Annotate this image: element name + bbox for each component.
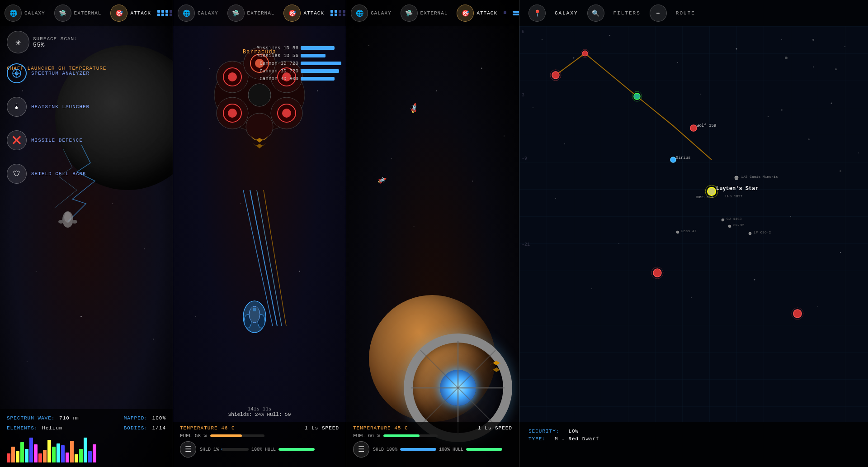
galaxy-route-icon[interactable]: ➡: [650, 5, 667, 22]
panel-galaxy-map: 📍 GALAXY 🔍 FILTERS ➡ ROUTE: [519, 0, 868, 467]
svg-line-47: [264, 190, 286, 326]
galaxy-map-svg: 6 3 -9 -21 Wolf 359 Sirius: [519, 26, 868, 422]
nav-galaxy-icon-p2[interactable]: 🌐: [178, 5, 195, 22]
svg-rect-70: [519, 26, 868, 422]
svg-point-92: [817, 306, 818, 307]
temperature-p2: TEMPERATURE 46 C: [180, 425, 235, 431]
weapon-name-2: Cannon 3D 720: [244, 61, 298, 66]
nav-attack-icon-p1[interactable]: 🎯: [110, 5, 127, 22]
nav-attack-icon-p3[interactable]: 🎯: [457, 5, 474, 22]
svg-text:ROSS 614: ROSS 614: [696, 195, 713, 199]
hull-bar-p3: [466, 448, 502, 451]
svg-point-53: [368, 45, 369, 46]
heatsink-launcher-label: HEATSINK LAUNCHER: [31, 104, 90, 110]
svg-point-87: [790, 216, 791, 217]
svg-point-97: [552, 71, 559, 79]
svg-text:-9: -9: [522, 156, 527, 161]
galaxy-map-area[interactable]: 6 3 -9 -21 Wolf 359 Sirius: [519, 26, 868, 422]
nav-external-icon-p1[interactable]: 🛸: [54, 5, 71, 22]
nav-external-label-p2: EXTERNAL: [247, 10, 275, 16]
svg-point-86: [618, 243, 619, 244]
svg-text:Ross 47: Ross 47: [681, 229, 697, 233]
svg-point-59: [472, 181, 473, 181]
spectrum-analyzer-icon: [7, 63, 27, 83]
nav-attack-label-p1[interactable]: ATTACK: [130, 10, 151, 16]
svg-point-54: [436, 91, 437, 91]
svg-point-124: [793, 310, 802, 318]
menu-button-p3[interactable]: ☰: [353, 441, 369, 457]
spectrum-analyzer-item[interactable]: SPECTRUM ANALYZER: [7, 63, 90, 83]
fuel-label-p3: FUEL 66 %: [353, 433, 380, 438]
spectrum-bars: [7, 435, 166, 462]
small-ship-1: 🚀: [408, 102, 420, 114]
svg-point-88: [840, 252, 841, 253]
nav-attack-label-p2: ATTACK: [303, 10, 324, 16]
speed-p2: 1 Ls SPEED: [305, 425, 339, 431]
svg-point-55: [481, 67, 482, 69]
nav-attack-label-p3: ATTACK: [476, 10, 497, 16]
galaxy-nav-route[interactable]: ROUTE: [676, 10, 695, 16]
nav-galaxy-label-p1[interactable]: GALAXY: [24, 10, 45, 16]
galaxy-nav-galaxy[interactable]: GALAXY: [555, 10, 578, 16]
top-nav-panel2: 🌐 GALAXY 🛸 EXTERNAL 🎯 ATTACK: [173, 0, 346, 26]
nav-external-label-p1[interactable]: EXTERNAL: [74, 10, 102, 16]
nav-galaxy-icon-p1[interactable]: 🌐: [5, 5, 22, 22]
svg-point-91: [754, 279, 755, 281]
svg-rect-64: [453, 334, 463, 341]
svg-point-8: [153, 338, 154, 339]
shld-label-p3: SHLD 100%: [373, 447, 397, 452]
svg-point-131: [840, 170, 841, 172]
svg-text:6: 6: [522, 29, 524, 34]
svg-point-80: [564, 143, 565, 144]
svg-point-99: [582, 51, 588, 56]
weapon-name-3: Cannon 3D 720: [244, 68, 298, 74]
svg-text:LHS 1027: LHS 1027: [725, 194, 743, 198]
nav-external-icon-p3[interactable]: 🛸: [401, 5, 418, 22]
svg-point-4: [36, 271, 37, 272]
svg-point-29: [246, 113, 273, 140]
svg-text:89-32: 89-32: [733, 223, 744, 227]
nav-attack-icon-p2[interactable]: 🎯: [283, 5, 301, 22]
svg-point-82: [768, 116, 769, 117]
ship-silhouette: [54, 204, 81, 233]
svg-point-73: [609, 35, 610, 36]
svg-text:Sirius: Sirius: [676, 156, 690, 160]
svg-text:-21: -21: [522, 242, 530, 247]
menu-button-p2[interactable]: ☰: [180, 441, 196, 457]
svg-point-89: [591, 288, 592, 289]
bodies-value: 1/14: [152, 425, 166, 431]
galaxy-search-icon[interactable]: 🔍: [587, 5, 604, 22]
fuel-bar-p2: [210, 434, 264, 437]
svg-point-7: [27, 361, 28, 362]
galaxy-location-icon[interactable]: 📍: [528, 5, 546, 22]
fuel-label-p2: FUEL 58 %: [180, 433, 207, 438]
weapon-item-3: Cannon 3D 720: [244, 68, 341, 74]
panel-combat: 🌐 GALAXY 🛸 EXTERNAL 🎯 ATTACK Barracuda: [173, 0, 346, 467]
surface-scan-label: SURFACE SCAN:: [33, 36, 78, 42]
nav-galaxy-label-p3: GALAXY: [371, 10, 392, 16]
svg-point-122: [653, 269, 661, 277]
svg-point-58: [414, 226, 415, 227]
svg-point-56: [391, 158, 392, 159]
spectrum-analyzer-label: SPECTRUM ANALYZER: [31, 71, 90, 76]
svg-point-120: [728, 225, 731, 228]
svg-point-118: [749, 232, 751, 235]
heatsink-launcher-item[interactable]: 🌡 HEATSINK LAUNCHER: [7, 97, 90, 117]
weapon-bar-4: [301, 77, 335, 81]
svg-rect-66: [405, 382, 411, 393]
enemy-name: Barracuda: [243, 49, 276, 55]
svg-point-101: [690, 125, 697, 131]
svg-point-16: [72, 220, 77, 224]
svg-point-36: [228, 109, 237, 118]
shield-bar-p2: [222, 448, 249, 451]
weapon-item-4: Cannon 4D 800: [244, 76, 341, 81]
svg-point-107: [708, 187, 716, 195]
svg-text:Luyten's Star: Luyten's Star: [716, 186, 759, 192]
galaxy-nav-filters[interactable]: FILTERS: [613, 10, 641, 16]
shield-bar-p3: [400, 448, 436, 451]
galaxy-map-nav: 📍 GALAXY 🔍 FILTERS ➡ ROUTE: [519, 0, 868, 26]
weapon-item-2: Cannon 3D 720: [244, 61, 341, 66]
nav-galaxy-icon-p3[interactable]: 🌐: [351, 5, 368, 22]
panel-space: 🌐 GALAXY 🛸 EXTERNAL 🎯 ATTACK: [346, 0, 519, 467]
nav-external-icon-p2[interactable]: 🛸: [227, 5, 245, 22]
